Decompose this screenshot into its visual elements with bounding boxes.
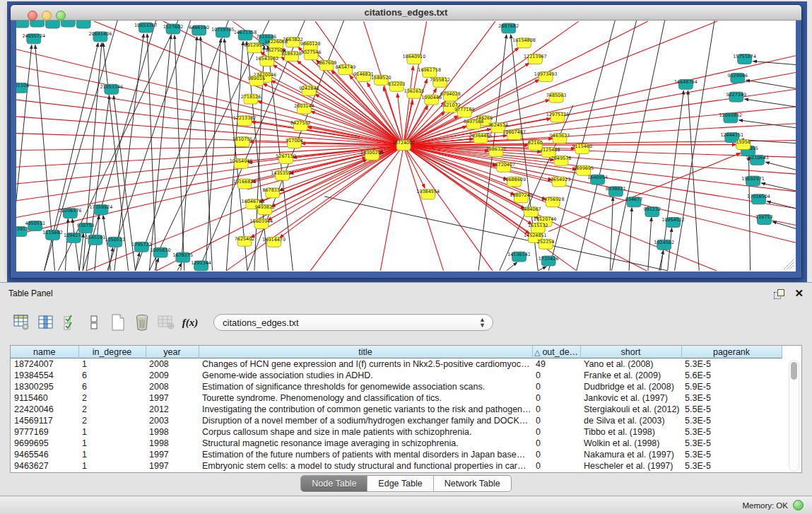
table-cell[interactable]: 1 <box>78 449 146 460</box>
function-builder-icon[interactable]: f(x) <box>180 312 201 333</box>
table-mode-icon[interactable] <box>11 312 33 333</box>
table-cell[interactable]: 14569117 <box>11 415 78 426</box>
table-cell[interactable]: 22420046 <box>11 404 78 415</box>
column-header-name[interactable]: name <box>11 346 78 358</box>
table-cell[interactable]: 0 <box>532 449 580 460</box>
table-row[interactable]: 946362711997Embryonic stem cells: a mode… <box>11 460 782 472</box>
graph-node[interactable] <box>76 21 90 28</box>
table-cell[interactable]: de Silva et al. (2003) <box>580 415 681 426</box>
table-cell[interactable]: Dudbridge et al. (2008) <box>580 381 681 392</box>
table-cell[interactable]: 2009 <box>146 370 199 381</box>
tab-edge-table[interactable]: Edge Table <box>367 476 433 491</box>
rows-icon[interactable] <box>83 312 105 333</box>
table-cell[interactable]: Estimation of significance thresholds fo… <box>199 381 532 392</box>
table-cell[interactable]: Hescheler et al. (1997) <box>580 460 681 472</box>
float-panel-icon[interactable] <box>774 289 784 298</box>
table-cell[interactable]: 2 <box>78 404 146 415</box>
table-cell[interactable]: 1 <box>78 460 146 472</box>
table-cell[interactable]: Nakamura et al. (1997) <box>580 449 681 460</box>
table-cell[interactable]: 5.6E-5 <box>681 370 782 381</box>
table-cell[interactable]: Wolkin et al. (1998) <box>580 438 681 449</box>
table-row[interactable]: 911546021997Tourette syndrome. Phenomeno… <box>11 392 782 404</box>
table-cell[interactable]: Structural magnetic resonance image aver… <box>199 438 532 449</box>
table-row[interactable]: 1938455462009Genome-wide association stu… <box>11 370 782 381</box>
table-cell[interactable]: 5.3E-5 <box>681 426 782 438</box>
table-cell[interactable]: Disruption of a novel member of a sodium… <box>199 415 532 426</box>
network-table-select[interactable]: citations_edges.txt ▲▼ <box>213 314 493 331</box>
table-cell[interactable]: 0 <box>532 370 580 381</box>
table-cell[interactable]: 1 <box>78 426 146 438</box>
table-cell[interactable]: Changes of HCN gene expression and I(f) … <box>199 358 532 370</box>
table-cell[interactable]: 2012 <box>146 404 199 415</box>
table-cell[interactable]: Embryonic stem cells: a model to study s… <box>199 460 532 472</box>
table-cell[interactable]: Genome-wide association studies in ADHD. <box>199 370 532 381</box>
table-cell[interactable]: 5.9E-5 <box>681 381 782 392</box>
graph-node[interactable] <box>16 21 29 28</box>
table-cell[interactable]: 9463627 <box>11 460 78 472</box>
table-cell[interactable]: 0 <box>532 392 580 404</box>
table-cell[interactable]: 5.3E-5 <box>681 460 782 472</box>
column-header-title[interactable]: title <box>199 346 532 358</box>
table-cell[interactable]: Jankovic et al. (1997) <box>580 392 681 404</box>
table-cell[interactable]: 9115460 <box>11 392 78 404</box>
table-cell[interactable]: 0 <box>532 426 580 438</box>
table-row[interactable]: 977716911998Corpus callosum shape and si… <box>11 426 782 438</box>
table-cell[interactable]: 9465546 <box>11 449 78 460</box>
table-cell[interactable]: 1 <box>78 358 146 370</box>
table-cell[interactable]: 5.5E-5 <box>681 404 782 415</box>
graph-node[interactable] <box>61 21 75 27</box>
table-cell[interactable]: Tourette syndrome. Phenomenology and cla… <box>199 392 532 404</box>
window-titlebar[interactable]: citations_edges.txt <box>11 5 801 21</box>
table-scrollbar[interactable] <box>789 360 799 472</box>
table-cell[interactable]: 1 <box>78 438 146 449</box>
column-header-out_de[interactable]: △ out_de… <box>532 346 580 358</box>
table-cell[interactable]: 2003 <box>146 415 199 426</box>
table-cell[interactable]: 1998 <box>146 426 199 438</box>
table-row[interactable]: 1872400712008Changes of HCN gene express… <box>11 358 782 370</box>
column-header-in_degree[interactable]: in_degree <box>78 346 146 358</box>
table-row[interactable]: 969969511998Structural magnetic resonanc… <box>11 438 782 449</box>
table-cell[interactable]: 0 <box>532 404 580 415</box>
table-cell[interactable]: Yano et al. (2008) <box>580 358 681 370</box>
table-cell[interactable]: Estimation of the future numbers of pati… <box>199 449 532 460</box>
table-cell[interactable]: 6 <box>78 381 146 392</box>
table-cell[interactable]: 5.3E-5 <box>681 438 782 449</box>
close-panel-icon[interactable]: ✕ <box>794 288 804 298</box>
checklist-icon[interactable] <box>59 312 81 333</box>
table-cell[interactable]: 0 <box>532 438 580 449</box>
column-header-short[interactable]: short <box>580 346 681 358</box>
table-row[interactable]: 2242004622012Investigating the contribut… <box>11 404 782 415</box>
table-cell[interactable]: 5.3E-5 <box>681 415 782 426</box>
table-cell[interactable]: Stergiakouli et al. (2012) <box>580 404 681 415</box>
table-scrollbar-thumb[interactable] <box>791 362 797 380</box>
table-cell[interactable]: 9777169 <box>11 426 78 438</box>
column-header-year[interactable]: year <box>146 346 199 358</box>
new-column-icon[interactable] <box>107 312 129 333</box>
tab-network-table[interactable]: Network Table <box>434 476 511 491</box>
table-cell[interactable]: 0 <box>532 460 580 472</box>
graph-node[interactable] <box>46 21 60 28</box>
table-cell[interactable]: 18300295 <box>11 381 78 392</box>
table-cell[interactable]: 5.3E-5 <box>681 392 782 404</box>
table-row[interactable]: 946554611997Estimation of the future num… <box>11 449 782 460</box>
table-row[interactable]: 1456911722003Disruption of a novel membe… <box>11 415 782 426</box>
table-cell[interactable]: 6 <box>78 370 146 381</box>
table-cell[interactable]: 1997 <box>146 392 199 404</box>
table-cell[interactable]: 2008 <box>146 381 199 392</box>
column-header-pagerank[interactable]: pagerank <box>681 346 782 358</box>
table-cell[interactable]: 2008 <box>146 358 199 370</box>
table-cell[interactable]: Franke et al. (2009) <box>580 370 681 381</box>
table-cell[interactable]: 9699695 <box>11 438 78 449</box>
table-cell[interactable]: 19384554 <box>11 370 78 381</box>
table-cell[interactable]: 2 <box>78 392 146 404</box>
table-cell[interactable]: Tibbo et al. (1998) <box>580 426 681 438</box>
table-cell[interactable]: 5.3E-5 <box>681 358 782 370</box>
show-columns-icon[interactable] <box>35 312 57 333</box>
table-cell[interactable]: 1998 <box>146 438 199 449</box>
table-cell[interactable]: Corpus callosum shape and size in male p… <box>199 426 532 438</box>
table-cell[interactable]: 18724007 <box>11 358 78 370</box>
network-canvas[interactable]: 2405572420691406106532871527602646616010… <box>16 21 796 271</box>
tab-node-table[interactable]: Node Table <box>301 476 367 491</box>
table-cell[interactable]: Investigating the contribution of common… <box>199 404 532 415</box>
table-cell[interactable]: 1997 <box>146 449 199 460</box>
